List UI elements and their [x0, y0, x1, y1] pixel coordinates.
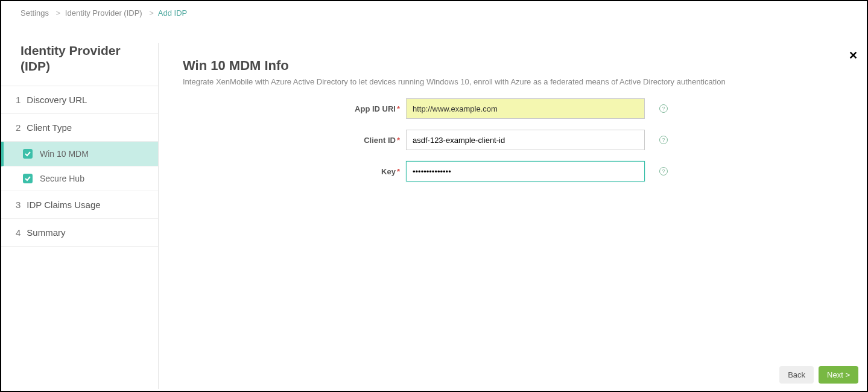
- step-client-type[interactable]: 2 Client Type: [1, 114, 158, 142]
- step-label: Summary: [27, 227, 65, 238]
- next-button[interactable]: Next >: [819, 366, 858, 384]
- checkbox-icon: [23, 149, 33, 159]
- page-description: Integrate XenMobile with Azure Active Di…: [183, 77, 843, 86]
- main-panel: ✕ Win 10 MDM Info Integrate XenMobile wi…: [158, 43, 867, 389]
- sidebar: Identity Provider (IDP) 1 Discovery URL …: [1, 25, 158, 389]
- input-key[interactable]: [406, 161, 645, 182]
- step-label: IDP Claims Usage: [27, 200, 100, 210]
- input-app-id-uri[interactable]: [406, 98, 645, 119]
- form-row-app-id: App ID URI* ?: [183, 98, 843, 119]
- step-label: Discovery URL: [27, 95, 87, 105]
- substep-win10-mdm[interactable]: Win 10 MDM: [1, 142, 158, 166]
- help-icon[interactable]: ?: [659, 167, 668, 175]
- label-key: Key*: [183, 167, 406, 176]
- footer-buttons: Back Next >: [779, 366, 858, 384]
- breadcrumb: Settings > Identity Provider (IDP) > Add…: [1, 1, 867, 25]
- step-summary[interactable]: 4 Summary: [1, 219, 158, 247]
- step-idp-claims[interactable]: 3 IDP Claims Usage: [1, 191, 158, 219]
- breadcrumb-sep: >: [56, 8, 61, 17]
- step-num: 1: [16, 95, 21, 105]
- step-num: 4: [16, 227, 21, 238]
- sidebar-title: Identity Provider (IDP): [1, 43, 158, 86]
- form-row-key: Key* ?: [183, 161, 843, 182]
- page-title: Win 10 MDM Info: [183, 58, 843, 74]
- checkbox-icon: [23, 174, 33, 183]
- breadcrumb-sep: >: [149, 8, 154, 17]
- back-button[interactable]: Back: [779, 366, 814, 384]
- step-discovery-url[interactable]: 1 Discovery URL: [1, 86, 158, 114]
- substep-label: Win 10 MDM: [40, 149, 89, 159]
- step-label: Client Type: [27, 122, 72, 133]
- form-row-client-id: Client ID* ?: [183, 130, 843, 150]
- label-client-id: Client ID*: [183, 136, 406, 145]
- input-client-id[interactable]: [406, 130, 645, 150]
- help-icon[interactable]: ?: [659, 104, 668, 113]
- breadcrumb-idp[interactable]: Identity Provider (IDP): [65, 8, 142, 17]
- label-app-id: App ID URI*: [183, 104, 406, 113]
- step-num: 3: [16, 200, 21, 210]
- help-icon[interactable]: ?: [659, 136, 668, 144]
- breadcrumb-settings[interactable]: Settings: [21, 8, 49, 17]
- substep-label: Secure Hub: [40, 174, 84, 183]
- substep-secure-hub[interactable]: Secure Hub: [1, 166, 158, 191]
- breadcrumb-add-idp[interactable]: Add IDP: [158, 8, 187, 17]
- close-icon[interactable]: ✕: [849, 49, 858, 62]
- step-num: 2: [16, 122, 21, 133]
